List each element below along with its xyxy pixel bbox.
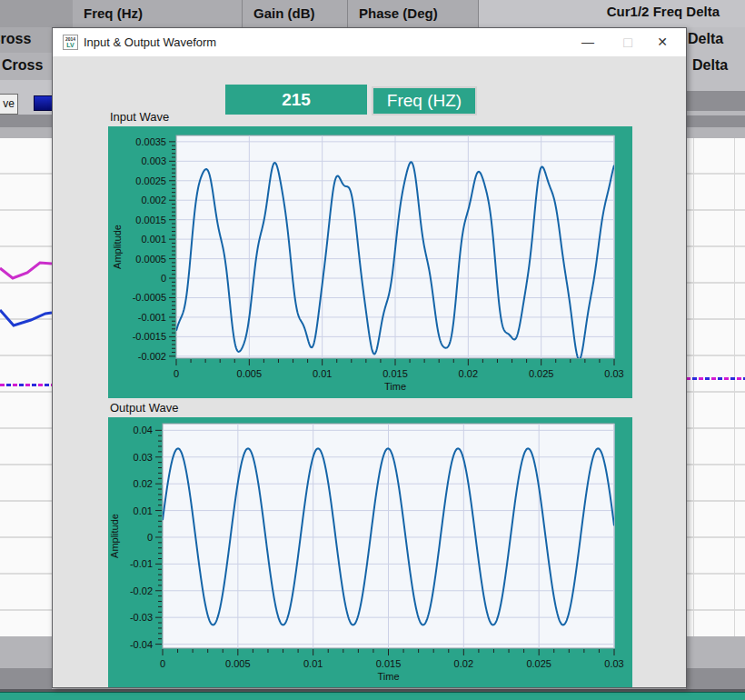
- header-corner-cell: [0, 0, 74, 27]
- input-wave-chart: 00.0050.010.0150.020.0250.030.00350.0030…: [108, 126, 632, 398]
- input-wave-caption: Input Wave: [110, 110, 169, 124]
- bottom-teal-strip: [0, 692, 745, 700]
- right-bottom-band1: [686, 636, 745, 668]
- svg-text:0.025: 0.025: [526, 658, 551, 669]
- left-bottom-band1: [0, 636, 52, 668]
- svg-text:-0.04: -0.04: [130, 639, 153, 650]
- svg-text:Amplitude: Amplitude: [109, 514, 120, 558]
- input-wave-plot: 00.0050.010.0150.020.0250.030.00350.0030…: [108, 126, 632, 398]
- right-bottom-band2: [686, 668, 745, 691]
- close-button[interactable]: ✕: [645, 28, 680, 56]
- svg-text:0.03: 0.03: [604, 658, 623, 669]
- svg-text:0: 0: [160, 658, 165, 669]
- svg-text:0.0025: 0.0025: [135, 175, 166, 186]
- output-wave-caption: Output Wave: [110, 401, 178, 415]
- cursor-dashed-line-right[interactable]: [686, 377, 745, 380]
- minimize-button[interactable]: —: [571, 28, 605, 56]
- right-panel-gridline-1: [693, 138, 694, 636]
- svg-text:-0.002: -0.002: [138, 351, 166, 362]
- left-band-dark: [0, 115, 52, 127]
- cursor-dashed-line-left[interactable]: [0, 384, 52, 386]
- freq-value-display[interactable]: 215: [225, 85, 367, 115]
- freq-unit-label: Freq (HZ): [372, 86, 477, 115]
- svg-text:Time: Time: [384, 381, 406, 392]
- svg-text:Time: Time: [377, 671, 399, 682]
- svg-text:0.03: 0.03: [134, 452, 153, 463]
- svg-text:0: 0: [147, 532, 153, 543]
- svg-text:-0.02: -0.02: [130, 585, 153, 596]
- svg-text:-0.0005: -0.0005: [133, 292, 166, 303]
- screen: Freq (Hz) Gain (dB) Phase (Deg) Cur1/2 F…: [0, 0, 745, 700]
- labview-vi-icon: 2014LV: [63, 35, 78, 50]
- right-band-dark1: [686, 91, 745, 111]
- svg-text:-0.0015: -0.0015: [133, 331, 166, 342]
- left-row1-bg: Cross: [0, 27, 52, 53]
- svg-text:0.025: 0.025: [529, 368, 554, 379]
- plot-legend-color-box[interactable]: [34, 95, 52, 111]
- svg-text:-0.03: -0.03: [130, 612, 153, 623]
- left-band-light: [0, 127, 52, 138]
- svg-text:0.005: 0.005: [225, 658, 251, 669]
- right-row1-label: Delta: [688, 31, 723, 47]
- background-header-band: Freq (Hz) Gain (dB) Phase (Deg) Cur1/2 F…: [0, 0, 745, 27]
- svg-text:0.002: 0.002: [141, 195, 166, 205]
- svg-text:0.04: 0.04: [134, 425, 153, 435]
- left-row2-label: Cross: [2, 57, 43, 74]
- svg-text:0.015: 0.015: [382, 368, 408, 379]
- right-plot-panel: [686, 138, 745, 636]
- window-title: Input & Output Waveform: [84, 35, 216, 49]
- svg-text:0.001: 0.001: [141, 234, 166, 245]
- svg-text:-0.001: -0.001: [138, 312, 166, 323]
- column-header-freq: Freq (Hz): [73, 0, 243, 27]
- svg-text:0.0035: 0.0035: [135, 136, 166, 147]
- svg-text:0.01: 0.01: [134, 505, 153, 516]
- maximize-button: □: [611, 28, 645, 56]
- wave-select-button[interactable]: ve: [0, 94, 18, 115]
- right-band-dark2: [686, 115, 745, 127]
- column-header-gain: Gain (dB): [243, 0, 348, 27]
- svg-text:-0.01: -0.01: [130, 558, 153, 569]
- background-left-strip: Cross Cross ve: [0, 27, 52, 700]
- svg-text:0.003: 0.003: [141, 155, 166, 166]
- title-bar[interactable]: 2014LV Input & Output Waveform — □ ✕: [53, 28, 686, 56]
- waveform-window: 2014LV Input & Output Waveform — □ ✕ 215…: [52, 27, 687, 688]
- svg-text:0.015: 0.015: [376, 658, 402, 669]
- svg-text:0.0005: 0.0005: [135, 254, 166, 265]
- svg-text:0.02: 0.02: [134, 478, 153, 489]
- right-band-light2: [686, 127, 745, 138]
- svg-text:0.03: 0.03: [604, 368, 623, 379]
- column-header-phase: Phase (Deg): [348, 0, 479, 27]
- svg-text:Amplitude: Amplitude: [112, 225, 123, 269]
- output-wave-chart: 00.0050.010.0150.020.0250.030.040.030.02…: [108, 417, 632, 687]
- right-panel-gridline-2: [734, 138, 735, 636]
- svg-text:0.02: 0.02: [459, 368, 478, 379]
- left-row2-bg: Cross: [0, 53, 52, 80]
- right-rows-bg: Delta Delta: [686, 27, 745, 80]
- output-wave-plot: 00.0050.010.0150.020.0250.030.040.030.02…: [108, 417, 632, 687]
- svg-text:0.0015: 0.0015: [135, 215, 166, 225]
- right-row2-label: Delta: [692, 57, 728, 74]
- background-bode-curves: [0, 138, 52, 636]
- left-bottom-band2: [0, 668, 52, 691]
- svg-text:0: 0: [174, 368, 179, 379]
- svg-text:0.005: 0.005: [237, 368, 263, 379]
- left-row1-label: Cross: [0, 31, 31, 47]
- svg-text:0.01: 0.01: [303, 658, 323, 669]
- svg-text:0.01: 0.01: [313, 368, 332, 379]
- svg-text:0: 0: [161, 273, 166, 284]
- cursor-legend-header: Cur1/2 Freq Delta: [607, 4, 720, 19]
- svg-text:0.02: 0.02: [454, 658, 473, 669]
- background-right-strip: Delta Delta: [686, 27, 745, 700]
